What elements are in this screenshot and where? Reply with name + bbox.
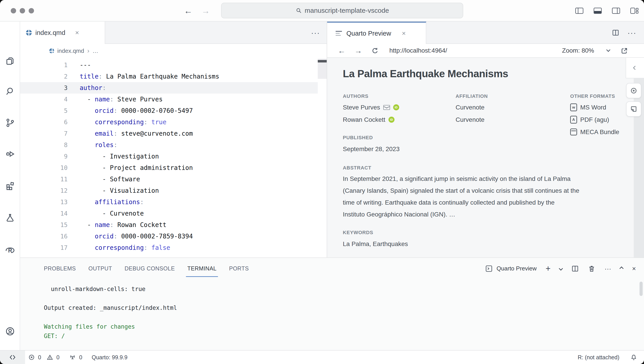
- ports-icon[interactable]: [69, 354, 76, 361]
- toggle-panel-icon[interactable]: [594, 8, 602, 14]
- view-options-button[interactable]: [626, 83, 641, 98]
- kill-terminal-icon[interactable]: [588, 265, 596, 272]
- format-link-pdf[interactable]: APDF (agu): [570, 114, 619, 126]
- run-debug-icon[interactable]: [0, 147, 20, 161]
- format-link-meca[interactable]: MECA Bundle: [570, 126, 619, 138]
- terminal-output[interactable]: unroll-markdown-cells: trueOutput create…: [44, 284, 177, 341]
- author-row: Rowan CockettiD: [343, 114, 399, 126]
- code-line[interactable]: 11 - Software: [20, 173, 318, 185]
- ports-count[interactable]: 0: [79, 354, 82, 361]
- code-line[interactable]: 12 - Visualization: [20, 185, 318, 196]
- panel-tab-debug-console[interactable]: DEBUG CONSOLE: [125, 258, 175, 279]
- code-line[interactable]: 15 - name: Rowan Cockett: [20, 219, 318, 231]
- explorer-icon[interactable]: [0, 54, 20, 68]
- preview-page: La Palma Earthquake Mechanisms AUTHORS S…: [327, 58, 644, 257]
- code-line[interactable]: 16 orcid: 0000-0002-7859-8394: [20, 231, 318, 242]
- warnings-count[interactable]: 0: [56, 354, 60, 361]
- history-back-button[interactable]: ←: [184, 0, 192, 22]
- tab-close-icon[interactable]: ×: [75, 29, 79, 37]
- source-control-icon[interactable]: [0, 116, 20, 129]
- panel-more-actions-icon[interactable]: ···: [604, 258, 611, 279]
- code-editor[interactable]: 1---2title: La Palma Earthquake Mechanis…: [20, 58, 318, 257]
- affiliation-label: AFFILIATION: [456, 93, 488, 99]
- traffic-light-zoom-icon[interactable]: [29, 8, 34, 14]
- panel-scrollbar-thumb[interactable]: [640, 282, 643, 296]
- panel-tab-problems[interactable]: PROBLEMS: [44, 258, 76, 279]
- editor-more-actions-icon[interactable]: ···: [309, 22, 322, 44]
- customize-layout-icon[interactable]: [630, 8, 639, 14]
- formats-list: wMS WordAPDF (agu)MECA Bundle: [570, 101, 619, 138]
- code-line[interactable]: 13 affiliations:: [20, 196, 318, 208]
- traffic-light-close-icon[interactable]: [11, 8, 16, 14]
- format-link-word[interactable]: wMS Word: [570, 101, 619, 114]
- panel-tab-terminal[interactable]: TERMINAL: [187, 258, 216, 279]
- tab-label: index.qmd: [35, 29, 65, 37]
- split-editor-icon[interactable]: [612, 29, 620, 37]
- notifications-bell-icon[interactable]: [630, 354, 637, 361]
- notes-button[interactable]: [626, 101, 641, 117]
- editor-scrollbar-thumb[interactable]: [318, 60, 327, 63]
- preview-url[interactable]: http://localhost:4964/: [389, 44, 447, 57]
- search-sidebar-icon[interactable]: [0, 85, 20, 98]
- remote-indicator[interactable]: [0, 350, 25, 364]
- toggle-primary-sidebar-icon[interactable]: [575, 8, 584, 14]
- quarto-version[interactable]: Quarto: 99.9.9: [92, 354, 128, 361]
- code-line[interactable]: 8 roles:: [20, 139, 318, 151]
- traffic-light-minimize-icon[interactable]: [20, 8, 25, 14]
- line-number: 8: [20, 139, 68, 151]
- code-line[interactable]: 4 - name: Steve Purves: [20, 94, 318, 105]
- zoom-dropdown-icon[interactable]: [606, 48, 610, 52]
- code-line[interactable]: 14 - Curvenote: [20, 208, 318, 219]
- code-line[interactable]: 3author:: [20, 82, 318, 94]
- terminal-instance[interactable]: Quarto Preview: [485, 265, 536, 273]
- errors-count[interactable]: 0: [38, 354, 41, 361]
- toggle-secondary-sidebar-icon[interactable]: [612, 8, 620, 14]
- orcid-icon[interactable]: iD: [388, 117, 394, 123]
- toc-collapse-panel[interactable]: [626, 58, 644, 78]
- code-line[interactable]: 6 corresponding: true: [20, 116, 318, 128]
- testing-icon[interactable]: [0, 211, 20, 224]
- tab-index-qmd[interactable]: index.qmd ×: [20, 22, 105, 44]
- code-line[interactable]: 1---: [20, 59, 318, 71]
- author-row: Steve PurvesiD: [343, 101, 399, 114]
- vscode-window: ← → manuscript-template-vscode: [0, 0, 644, 364]
- breadcrumb-symbol-more[interactable]: …: [92, 48, 98, 54]
- tab-quarto-preview[interactable]: Quarto Preview ×: [327, 22, 426, 44]
- r-status[interactable]: R: (not attached): [578, 354, 620, 361]
- breadcrumb[interactable]: index.qmd › …: [20, 44, 327, 58]
- code-line[interactable]: 10 - Project administration: [20, 162, 318, 173]
- code-line[interactable]: 5 orcid: 0000-0002-0760-5497: [20, 105, 318, 116]
- terminal-dropdown-icon[interactable]: [559, 266, 563, 270]
- code-line[interactable]: 2title: La Palma Earthquake Mechanisms: [20, 71, 318, 82]
- preview-forward-icon[interactable]: →: [354, 44, 362, 57]
- split-terminal-icon[interactable]: [571, 265, 579, 272]
- tab-close-icon[interactable]: ×: [402, 30, 406, 37]
- extensions-icon[interactable]: [0, 179, 20, 192]
- collapse-left-icon: [633, 66, 637, 70]
- line-number: 4: [20, 94, 68, 105]
- maximize-panel-icon[interactable]: [620, 266, 624, 270]
- command-center-search[interactable]: manuscript-template-vscode: [221, 3, 463, 18]
- history-forward-button[interactable]: →: [202, 0, 210, 22]
- authors-list: Steve PurvesiDRowan CockettiD: [343, 101, 399, 126]
- code-line[interactable]: 7 email: steve@curvenote.com: [20, 128, 318, 139]
- keywords-label: KEYWORDS: [343, 230, 373, 235]
- preview-back-icon[interactable]: ←: [338, 44, 346, 57]
- panel-tab-ports[interactable]: PORTS: [229, 258, 249, 279]
- new-terminal-icon[interactable]: +: [546, 258, 550, 279]
- open-external-icon[interactable]: [620, 47, 628, 55]
- pdf-icon: A: [570, 116, 577, 124]
- accounts-icon[interactable]: [0, 325, 20, 338]
- preview-more-actions-icon[interactable]: ···: [628, 29, 636, 37]
- r-extension-icon[interactable]: R: [0, 243, 20, 256]
- warnings-icon[interactable]: [46, 354, 53, 361]
- code-line[interactable]: 9 - Investigation: [20, 151, 318, 162]
- panel-tab-output[interactable]: OUTPUT: [88, 258, 112, 279]
- orcid-icon[interactable]: iD: [393, 104, 399, 110]
- email-icon[interactable]: [383, 105, 390, 110]
- errors-icon[interactable]: [28, 354, 35, 361]
- close-panel-icon[interactable]: ×: [632, 258, 636, 279]
- breadcrumb-file[interactable]: index.qmd: [57, 48, 84, 54]
- preview-reload-icon[interactable]: [371, 47, 379, 55]
- code-line[interactable]: 17 corresponding: false: [20, 242, 318, 253]
